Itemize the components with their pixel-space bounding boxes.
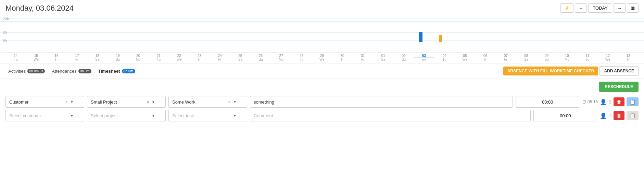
date-col-10: 10Mo — [557, 53, 577, 63]
dollar-icon-2[interactable]: $ — [609, 113, 611, 118]
nav-controls: ⚡ ← TODAY → ▦ — [560, 3, 639, 13]
task-select-inner[interactable]: Some Work × ▼ — [168, 96, 247, 108]
label-20h: 20h — [3, 17, 9, 21]
delete-button-2[interactable]: 🗑 — [614, 111, 624, 120]
person-icon-2[interactable]: 👤 — [600, 112, 607, 119]
project-chevron-icon-2: ▼ — [152, 114, 155, 118]
elapsed-time-value: 05:15 — [588, 99, 598, 104]
timeline-line-20h — [0, 19, 644, 19]
add-absence-button[interactable]: ADD ABSENCE — [599, 66, 639, 76]
timeline-area: 20h 8h 9h — [0, 15, 644, 53]
task-value: Some Work — [172, 99, 195, 105]
copy-button-1[interactable]: 📋 — [627, 97, 639, 106]
tab-activities[interactable]: Activities 0h 0m 0s — [5, 67, 48, 75]
timeline-line-8h — [0, 32, 644, 33]
prev-button[interactable]: ← — [575, 3, 587, 13]
timesheet-row-1: Customer × ▼ Small Project × ▼ Some Work — [5, 96, 639, 108]
date-col-14: 14Tu — [5, 53, 26, 63]
person-icon-1[interactable]: 👤 — [600, 99, 607, 105]
timeline-line-a — [0, 20, 644, 20]
tab-activities-badge: 0h 0m 0s — [27, 69, 45, 73]
date-col-27: 27Mo — [271, 53, 291, 63]
timesheet-area: Customer × ▼ Small Project × ▼ Some Work — [0, 95, 644, 129]
timeline-line-b — [0, 21, 644, 22]
project-select-inner-2[interactable]: Select project... ▼ — [87, 110, 166, 121]
customer-select-2: Select customer... ▼ — [5, 110, 84, 121]
date-col-26: 26Su — [251, 53, 271, 63]
date-col-30: 30Th — [332, 53, 353, 63]
customer-placeholder-2: Select customer... — [9, 113, 45, 118]
time-input-2[interactable] — [533, 110, 597, 121]
date-col-02: 02Su — [393, 53, 414, 63]
date-col-24: 24Fr — [210, 53, 230, 63]
row1-meta: ⏱ 05:15 👤 $ 🗑 📋 — [582, 97, 639, 106]
row2-meta: 👤 $ 🗑 📋 — [600, 111, 639, 120]
date-col-16: 16Th — [46, 53, 67, 63]
description-input-1[interactable] — [250, 96, 513, 108]
time-input-1[interactable] — [516, 96, 579, 108]
date-col-20: 20Mo — [128, 53, 149, 63]
dates-row: 14Tu15We16Th17Fr18Sa19Su20Mo21Tu22We23Th… — [0, 53, 644, 63]
date-col-13: 13Th — [618, 53, 639, 63]
dollar-icon-1[interactable]: $ — [609, 99, 611, 105]
task-clear-icon[interactable]: × — [228, 99, 231, 105]
timeline-line-d — [0, 24, 644, 24]
copy-button-2[interactable]: 📋 — [627, 111, 639, 120]
date-col-23: 23Th — [189, 53, 210, 63]
timeline-line-9h — [0, 40, 644, 41]
project-clear-icon[interactable]: × — [147, 99, 149, 105]
timeline-dates — [0, 42, 644, 52]
date-col-03: 03Mo — [414, 53, 434, 63]
tab-timesheet-badge: 8h 0m — [122, 69, 135, 73]
date-col-12: 12We — [598, 53, 618, 63]
task-chevron-icon-2: ▼ — [233, 114, 237, 118]
task-select-2: Select task... ▼ — [168, 110, 247, 121]
timeline-line-c — [0, 23, 644, 23]
task-placeholder-2: Select task... — [172, 113, 198, 118]
clock-icon: ⏱ — [582, 99, 586, 105]
tab-attendances[interactable]: Attendances 0h 0m — [49, 67, 94, 75]
calendar-button[interactable]: ▦ — [627, 3, 639, 13]
tab-activities-label: Activities — [8, 69, 26, 74]
tab-attendances-badge: 0h 0m — [78, 69, 91, 73]
tab-timesheet[interactable]: Timesheet 8h 0m — [96, 67, 138, 75]
project-chevron-icon: ▼ — [152, 100, 155, 104]
tab-timesheet-label: Timesheet — [98, 69, 120, 74]
customer-chevron-icon-2: ▼ — [70, 114, 74, 118]
project-select: Small Project × ▼ — [87, 96, 166, 108]
date-col-28: 28Tu — [291, 53, 312, 63]
next-button[interactable]: → — [614, 3, 626, 13]
date-col-17: 17Fr — [67, 53, 87, 63]
date-col-04: 04Tu — [434, 53, 455, 63]
reschedule-row: RESCHEDULE — [0, 79, 644, 95]
customer-select-inner-2[interactable]: Select customer... ▼ — [5, 110, 84, 121]
date-col-07: 07Fr — [495, 53, 516, 63]
customer-clear-icon[interactable]: × — [65, 99, 68, 105]
label-8h: 8h — [3, 30, 7, 34]
comment-input-2[interactable] — [250, 110, 531, 121]
absence-fill-button[interactable]: ABSENCE WITH FILL WORKTIME CHECKED — [503, 67, 598, 75]
task-chevron-icon: ▼ — [233, 100, 237, 104]
customer-value: Customer — [9, 99, 28, 105]
tab-attendances-label: Attendances — [52, 69, 76, 74]
project-select-inner[interactable]: Small Project × ▼ — [87, 96, 166, 108]
task-select: Some Work × ▼ — [168, 96, 247, 108]
date-col-11: 11Tu — [577, 53, 598, 63]
customer-select-inner[interactable]: Customer × ▼ — [5, 96, 84, 108]
elapsed-time: ⏱ 05:15 — [582, 99, 598, 105]
bar-today-blue — [419, 32, 422, 42]
reschedule-button[interactable]: RESCHEDULE — [599, 82, 639, 92]
task-select-inner-2[interactable]: Select task... ▼ — [168, 110, 247, 121]
date-col-22: 22We — [169, 53, 189, 63]
date-col-15: 15We — [26, 53, 47, 63]
delete-button-1[interactable]: 🗑 — [614, 97, 624, 106]
date-col-08: 08Sa — [516, 53, 536, 63]
date-col-21: 21Tu — [148, 53, 169, 63]
customer-select: Customer × ▼ — [5, 96, 84, 108]
today-button[interactable]: TODAY — [588, 3, 612, 13]
flash-button[interactable]: ⚡ — [560, 3, 573, 13]
date-col-09: 09Su — [536, 53, 557, 63]
date-col-29: 29We — [312, 53, 332, 63]
date-col-31: 31Fr — [353, 53, 373, 63]
project-select-2: Select project... ▼ — [87, 110, 166, 121]
